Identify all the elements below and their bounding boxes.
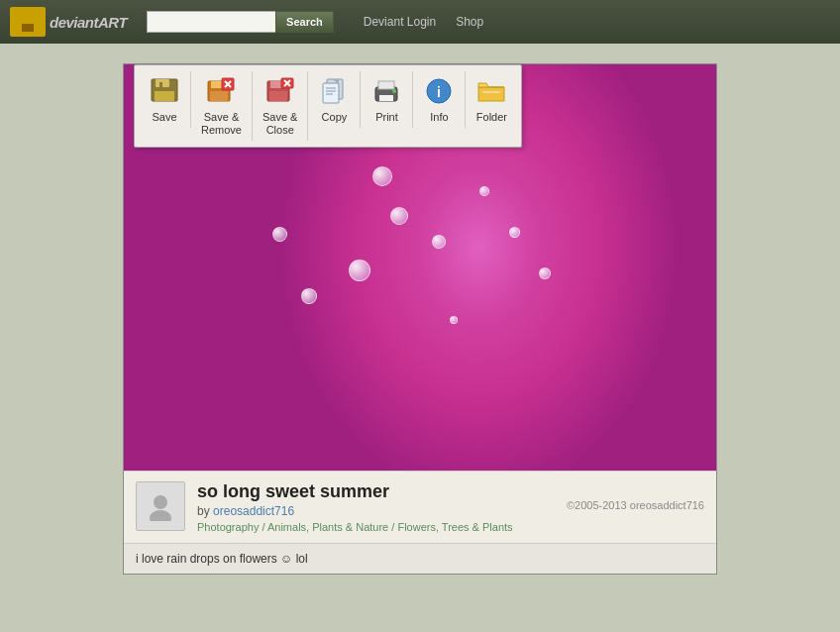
svg-rect-1 xyxy=(22,24,34,32)
svg-rect-13 xyxy=(270,81,282,88)
svg-rect-8 xyxy=(210,91,228,101)
save-close-icon xyxy=(264,75,296,107)
svg-rect-14 xyxy=(269,91,287,101)
svg-rect-5 xyxy=(159,82,162,87)
copy-icon xyxy=(318,75,350,107)
water-drop xyxy=(450,316,458,324)
water-drop xyxy=(272,227,287,242)
svg-rect-26 xyxy=(379,95,393,101)
print-icon xyxy=(370,75,402,107)
artwork-by: by oreosaddict716 xyxy=(197,504,555,518)
svg-rect-30 xyxy=(482,91,500,93)
author-link[interactable]: oreosaddict716 xyxy=(213,504,294,518)
toolbar-copy[interactable]: Copy xyxy=(308,71,361,128)
save-remove-label: Save & Remove xyxy=(201,111,242,137)
category-link-2[interactable]: Animals, Plants & Nature xyxy=(267,521,388,533)
search-button[interactable]: Search xyxy=(275,11,334,33)
water-drop xyxy=(479,186,489,196)
header: deviantART Search Deviant Login Shop xyxy=(0,0,840,44)
search-area: Search xyxy=(147,11,334,33)
avatar xyxy=(136,481,185,531)
logo-area: deviantART xyxy=(10,7,127,37)
artwork-categories: Photography / Animals, Plants & Nature /… xyxy=(197,521,555,533)
content-panel: Save Save & xyxy=(123,63,717,622)
nav-link-shop[interactable]: Shop xyxy=(456,15,483,29)
svg-rect-7 xyxy=(211,81,223,88)
comment-text2: lol xyxy=(296,552,308,566)
water-drop xyxy=(539,267,551,279)
water-drop xyxy=(301,288,317,304)
svg-point-31 xyxy=(154,495,167,509)
artwork-container: Save Save & xyxy=(123,63,717,575)
info-icon: i xyxy=(423,75,455,107)
svg-rect-25 xyxy=(378,81,394,89)
water-drop xyxy=(349,260,370,281)
toolbar-info[interactable]: i Info xyxy=(413,71,466,128)
logo-icon xyxy=(10,7,46,37)
toolbar-save[interactable]: Save xyxy=(139,71,191,128)
comment-emoji: ☺ xyxy=(280,552,292,566)
folder-label: Folder xyxy=(476,111,507,124)
category-link-1[interactable]: Photography xyxy=(197,521,259,533)
save-icon xyxy=(149,75,180,107)
svg-point-32 xyxy=(150,510,171,521)
save-remove-icon xyxy=(205,75,237,107)
comment-area: i love rain drops on flowers ☺ lol xyxy=(124,543,716,574)
folder-icon xyxy=(475,75,507,107)
svg-text:i: i xyxy=(437,84,441,100)
print-label: Print xyxy=(375,111,398,124)
water-drop xyxy=(372,166,392,186)
water-drop xyxy=(509,227,520,238)
nav-links: Deviant Login Shop xyxy=(364,15,483,29)
info-area: so long sweet summer by oreosaddict716 P… xyxy=(124,471,716,543)
nav-link-deviant-login[interactable]: Deviant Login xyxy=(364,15,436,29)
toolbar-save-remove[interactable]: Save & Remove xyxy=(191,71,253,141)
context-toolbar: Save Save & xyxy=(134,64,522,148)
search-input[interactable] xyxy=(147,11,275,33)
save-label: Save xyxy=(152,111,176,124)
artwork-info: so long sweet summer by oreosaddict716 P… xyxy=(197,481,555,533)
artwork-copyright: ©2005-2013 oreosaddict716 xyxy=(567,481,704,511)
artwork-title: so long sweet summer xyxy=(197,481,555,502)
toolbar-save-close[interactable]: Save & Close xyxy=(253,71,308,141)
svg-rect-19 xyxy=(323,83,339,103)
toolbar-folder[interactable]: Folder xyxy=(466,71,517,128)
toolbar-print[interactable]: Print xyxy=(361,71,413,128)
comment-text: i love rain drops on flowers xyxy=(136,552,277,566)
copy-label: Copy xyxy=(322,111,348,124)
water-drop xyxy=(432,235,446,249)
svg-point-27 xyxy=(392,89,396,93)
save-close-label: Save & Close xyxy=(262,111,297,137)
category-link-3[interactable]: Flowers, Trees & Plants xyxy=(397,521,512,533)
main-content: Save Save & xyxy=(0,44,840,632)
logo-text: deviantART xyxy=(50,14,127,31)
info-label: Info xyxy=(430,111,448,124)
svg-rect-4 xyxy=(155,91,174,101)
water-drop xyxy=(390,207,408,225)
